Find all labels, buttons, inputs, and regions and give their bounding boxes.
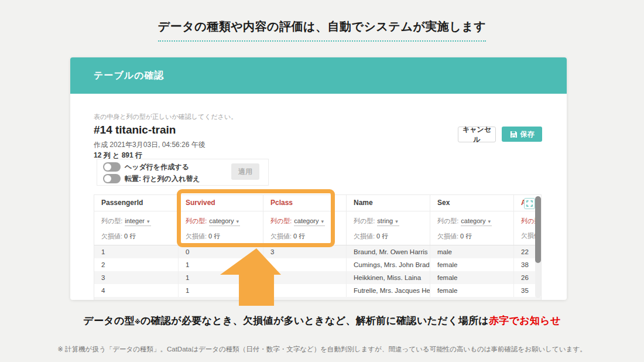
table-row: 1 0 3 Braund, Mr. Owen Harris male 22 bbox=[94, 245, 541, 258]
save-button-label: 保存 bbox=[520, 129, 535, 139]
column-name: Survived bbox=[179, 195, 263, 211]
cell: Futrelle, Mrs. Jacques He... bbox=[347, 284, 430, 297]
missing-value: 0 行 bbox=[293, 233, 305, 240]
cell: female bbox=[430, 284, 514, 297]
column-type-dropdown[interactable]: category▾ bbox=[294, 217, 325, 226]
cell: Heikkinen, Miss. Laina bbox=[347, 271, 430, 284]
missing-label: 欠損値: bbox=[101, 233, 122, 240]
cell: Cumings, Mrs. John Bradl... bbox=[347, 258, 430, 271]
column-name: Pclass bbox=[263, 195, 346, 211]
cell: 3 bbox=[94, 271, 179, 284]
table-row: 2 1 Cumings, Mrs. John Bradl... female 3… bbox=[94, 258, 541, 271]
missing-label: 欠損値: bbox=[270, 233, 292, 240]
column-type-dropdown[interactable]: string▾ bbox=[377, 217, 399, 226]
table-row: 4 1 Futrelle, Mrs. Jacques He... female … bbox=[94, 284, 541, 297]
column-header-passengerid: PassengerId 列の型:integer▾ 欠損値:0 行 bbox=[94, 195, 179, 245]
column-type-label: 列の型: bbox=[437, 217, 458, 224]
cell: 1 bbox=[179, 284, 263, 297]
data-preview-table: PassengerId 列の型:integer▾ 欠損値:0 行 Survive… bbox=[94, 194, 542, 300]
toggle-knob bbox=[104, 163, 111, 170]
header-row-toggle[interactable] bbox=[103, 162, 121, 172]
expand-table-button[interactable] bbox=[524, 198, 535, 209]
cell: 1 bbox=[179, 258, 263, 271]
cell: 4 bbox=[94, 284, 179, 297]
chevron-down-icon: ▾ bbox=[488, 218, 491, 224]
cell: 1 bbox=[179, 271, 263, 284]
column-type-label: 列の型: bbox=[354, 217, 375, 224]
missing-label: 欠損値: bbox=[437, 233, 458, 240]
chevron-down-icon: ▾ bbox=[321, 218, 324, 224]
save-button[interactable]: 保存 bbox=[502, 127, 542, 142]
table-row-partial bbox=[94, 297, 541, 300]
chevron-down-icon: ▾ bbox=[395, 218, 398, 224]
transpose-toggle-label: 転置: 行と列の入れ替え bbox=[125, 174, 200, 184]
instruction-text: 表の中身と列の型が正しいか確認してください。 bbox=[94, 112, 237, 121]
column-name: Sex bbox=[430, 195, 513, 211]
dialog-title: テーブルの確認 bbox=[94, 70, 165, 82]
save-icon bbox=[510, 131, 518, 138]
table-row: 3 1 Heikkinen, Miss. Laina female 26 bbox=[94, 271, 541, 284]
cell bbox=[263, 284, 347, 297]
chevron-down-icon: ▾ bbox=[147, 218, 150, 224]
fullscreen-icon bbox=[526, 199, 533, 209]
cell bbox=[263, 258, 347, 271]
cell: 2 bbox=[94, 258, 179, 271]
missing-value: 0 行 bbox=[460, 233, 472, 240]
column-type-dropdown[interactable]: category▾ bbox=[461, 217, 492, 226]
column-type-label: 列の型: bbox=[101, 217, 122, 224]
callout-red: 赤字でお知らせ bbox=[489, 315, 561, 326]
table-header-row: PassengerId 列の型:integer▾ 欠損値:0 行 Survive… bbox=[94, 195, 541, 245]
callout-black: データの型 bbox=[83, 315, 135, 326]
column-type-dropdown[interactable]: integer▾ bbox=[125, 217, 150, 226]
missing-value: 0 行 bbox=[208, 233, 220, 240]
column-header-sex: Sex 列の型:category▾ 欠損値:0 行 bbox=[430, 195, 514, 245]
column-type-dropdown[interactable]: category▾ bbox=[209, 217, 240, 226]
cell: 1 bbox=[94, 245, 179, 258]
dialog-header: テーブルの確認 bbox=[70, 57, 567, 94]
column-type-label: 列の型: bbox=[186, 217, 207, 224]
header-row-toggle-label: ヘッダ行を作成する bbox=[125, 162, 189, 172]
toggle-knob bbox=[104, 175, 111, 182]
callout-black: の確認が必要なとき、欠損値が多いときなど、解析前に確認いただく場所は bbox=[141, 315, 489, 326]
column-header-survived: Survived 列の型:category▾ 欠損値:0 行 bbox=[179, 195, 263, 245]
missing-value: 0 行 bbox=[124, 233, 136, 240]
footnote-text: ※ 計算機が扱う「データの種類」。CatDataはデータの種類（日付・数字・文字… bbox=[0, 345, 644, 354]
missing-value: 0 行 bbox=[376, 233, 388, 240]
banner-title: データの種類や内容の評価は、自動でシステムが実施します bbox=[158, 19, 487, 42]
cell bbox=[263, 271, 347, 284]
dataset-title: #14 titanic-train bbox=[94, 124, 176, 136]
column-name: PassengerId bbox=[94, 195, 178, 211]
missing-label: 欠損値: bbox=[354, 233, 375, 240]
banner: データの種類や内容の評価は、自動でシステムが実施します bbox=[0, 19, 644, 42]
vertical-scrollbar[interactable] bbox=[535, 196, 541, 298]
column-header-name: Name 列の型:string▾ 欠損値:0 行 bbox=[347, 195, 430, 245]
cell: Braund, Mr. Owen Harris bbox=[347, 245, 430, 258]
cell: 0 bbox=[179, 245, 263, 258]
table-confirm-dialog: テーブルの確認 表の中身と列の型が正しいか確認してください。 #14 titan… bbox=[70, 57, 567, 300]
transpose-toggle[interactable] bbox=[103, 174, 121, 183]
table-options-panel: ヘッダ行を作成する 転置: 行と列の入れ替え 適用 bbox=[97, 159, 269, 186]
scrollbar-thumb[interactable] bbox=[535, 196, 541, 263]
cancel-button[interactable]: キャンセル bbox=[458, 127, 496, 142]
apply-button[interactable]: 適用 bbox=[231, 163, 259, 180]
missing-label: 欠損値: bbox=[186, 233, 207, 240]
cell: male bbox=[430, 245, 514, 258]
column-name: Name bbox=[347, 195, 430, 211]
callout-text: データの型※の確認が必要なとき、欠損値が多いときなど、解析前に確認いただく場所は… bbox=[0, 314, 644, 327]
reference-mark: ※ bbox=[135, 319, 141, 325]
cell: female bbox=[430, 258, 514, 271]
slide: データの種類や内容の評価は、自動でシステムが実施します テーブルの確認 表の中身… bbox=[0, 0, 644, 362]
cell: 3 bbox=[263, 245, 347, 258]
column-type-label: 列の型: bbox=[270, 217, 292, 224]
chevron-down-icon: ▾ bbox=[237, 218, 239, 224]
cell: female bbox=[430, 271, 514, 284]
column-header-pclass: Pclass 列の型:category▾ 欠損値:0 行 bbox=[263, 195, 347, 245]
created-timestamp: 作成 2021年3月03日, 04:56:26 午後 bbox=[94, 140, 205, 150]
